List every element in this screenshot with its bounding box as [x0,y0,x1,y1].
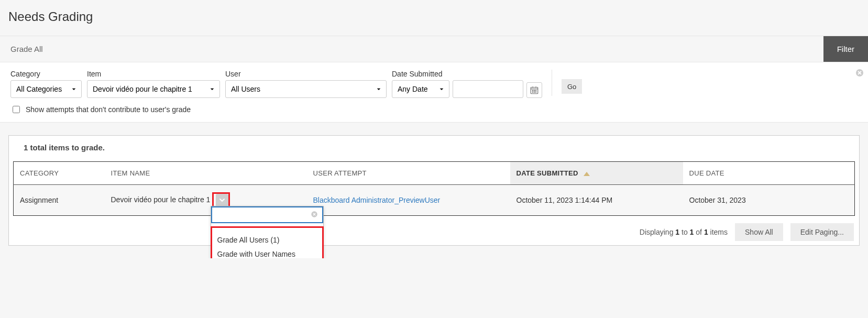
displaying-text: Displaying 1 to 1 of 1 items [640,228,728,236]
grade-table: CATEGORY ITEM NAME USER ATTEMPT DATE SUB… [13,161,855,216]
page-title: Needs Grading [8,9,860,24]
close-filters-icon[interactable] [855,69,864,77]
dropdown-opt-grade-all[interactable]: Grade All Users (1) [217,233,317,247]
sort-asc-icon [584,172,590,176]
edit-paging-button[interactable]: Edit Paging... [790,223,854,241]
category-label: Category [10,70,82,78]
separator [552,70,552,96]
category-select[interactable]: All Categories [10,80,82,98]
show-attempts-checkbox[interactable] [13,106,20,113]
cell-item: Devoir vidéo pour le chapitre 1 [105,185,307,216]
svg-point-4 [532,90,533,91]
show-attempts-label: Show attempts that don't contribute to u… [26,105,191,114]
svg-point-9 [535,92,536,92]
col-header-date[interactable]: DATE SUBMITTED [510,162,683,185]
user-select[interactable]: All Users [225,80,387,98]
grade-all-button[interactable]: Grade All [0,36,53,62]
svg-point-8 [534,92,534,92]
calendar-icon[interactable] [526,82,542,98]
user-label: User [225,70,387,78]
col-header-user[interactable]: USER ATTEMPT [307,162,510,185]
filter-button[interactable]: Filter [823,36,868,62]
row-actions-button[interactable] [216,194,228,206]
cell-date: October 11, 2023 1:14:44 PM [510,185,683,216]
dropdown-clear-icon[interactable] [311,211,319,219]
go-button[interactable]: Go [562,79,582,94]
date-submitted-label: Date Submitted [392,70,542,78]
item-select[interactable]: Devoir vidéo pour le chapitre 1 [87,80,220,98]
dropdown-opt-grade-hidden[interactable]: Grade with User Names Hidden (1) [217,247,317,258]
svg-point-6 [535,90,536,91]
dropdown-search-input[interactable] [212,207,311,222]
svg-point-5 [534,90,534,91]
col-header-category[interactable]: CATEGORY [14,162,105,185]
col-header-due[interactable]: DUE DATE [683,162,855,185]
date-input[interactable] [453,80,523,98]
col-header-item[interactable]: ITEM NAME [105,162,307,185]
table-row: Assignment Devoir vidéo pour le chapitre… [14,185,855,216]
anydate-select[interactable]: Any Date [392,80,449,98]
item-label: Item [87,70,220,78]
col-header-date-label: DATE SUBMITTED [517,169,578,177]
user-attempt-link[interactable]: Blackboard Administrator_PreviewUser [313,196,441,204]
row-actions-dropdown: Grade All Users (1) Grade with User Name… [211,206,324,258]
cell-user: Blackboard Administrator_PreviewUser [307,185,510,216]
cell-category: Assignment [14,185,105,216]
total-items-text: 1 total items to grade. [9,136,859,161]
cell-due: October 31, 2023 [683,185,855,216]
cell-item-text: Devoir vidéo pour le chapitre 1 [111,195,211,204]
svg-point-7 [532,92,533,92]
show-all-button[interactable]: Show All [735,223,783,241]
